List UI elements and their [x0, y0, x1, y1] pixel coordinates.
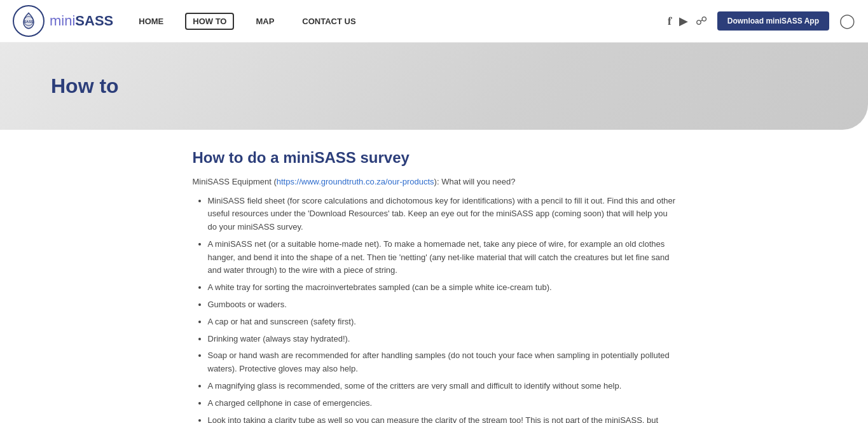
- nav-map[interactable]: MAP: [249, 14, 280, 29]
- section1-heading: How to do a miniSASS survey: [193, 149, 676, 167]
- list-item: A magnifying glass is recommended, some …: [208, 380, 676, 393]
- intro-text: MiniSASS Equipment (https://www.groundtr…: [193, 176, 676, 188]
- equipment-link[interactable]: https://www.groundtruth.co.za/our-produc…: [277, 177, 434, 186]
- nav-home[interactable]: HOME: [132, 14, 170, 29]
- list-item: A charged cellphone in case of emergenci…: [208, 397, 676, 410]
- facebook-icon[interactable]: 𝐟: [668, 15, 672, 28]
- list-item: Gumboots or waders.: [208, 298, 676, 312]
- user-icon[interactable]: ◯: [839, 13, 855, 29]
- svg-text:SASS: SASS: [24, 20, 34, 24]
- list-item: A miniSASS net (or a suitable home-made …: [208, 238, 676, 277]
- youtube-icon[interactable]: ▶: [679, 14, 688, 28]
- page-title: How to: [51, 74, 817, 98]
- logo-icon: SASS: [13, 5, 45, 37]
- list-item: MiniSASS field sheet (for score calculat…: [208, 195, 676, 234]
- logo-area: SASS miniSASS: [13, 5, 113, 37]
- wordpress-icon[interactable]: ☍: [696, 14, 707, 28]
- hero-section: How to: [0, 43, 868, 130]
- list-item: Look into taking a clarity tube as well …: [208, 414, 676, 423]
- download-button[interactable]: Download miniSASS App: [717, 11, 829, 31]
- nav-contact[interactable]: CONTACT US: [296, 14, 362, 29]
- header: SASS miniSASS HOME HOW TO MAP CONTACT US…: [0, 0, 868, 43]
- logo-text: miniSASS: [50, 13, 113, 29]
- list-item: Soap or hand wash are recommended for af…: [208, 349, 676, 376]
- nav-howto[interactable]: HOW TO: [185, 13, 234, 30]
- social-icons: 𝐟 ▶ ☍: [668, 14, 707, 28]
- list-item: Drinking water (always stay hydrated!).: [208, 333, 676, 346]
- equipment-list: MiniSASS field sheet (for score calculat…: [193, 195, 676, 424]
- header-right: 𝐟 ▶ ☍ Download miniSASS App ◯: [668, 11, 855, 31]
- content-section1: How to do a miniSASS survey MiniSASS Equ…: [180, 149, 689, 423]
- main-nav: HOME HOW TO MAP CONTACT US: [132, 13, 668, 30]
- list-item: A white tray for sorting the macroinvert…: [208, 281, 676, 295]
- list-item: A cap or hat and sunscreen (safety first…: [208, 316, 676, 329]
